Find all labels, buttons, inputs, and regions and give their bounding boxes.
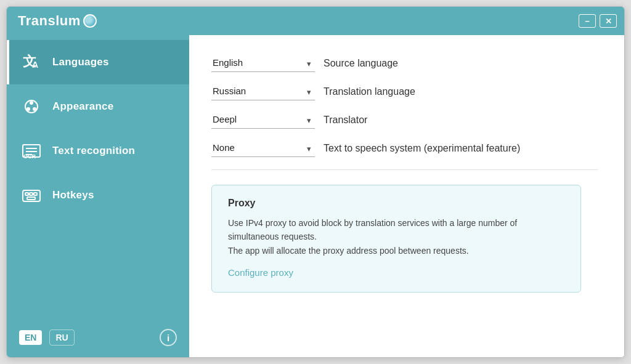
appearance-icon bbox=[20, 95, 43, 118]
languages-icon: 文 A bbox=[20, 51, 43, 73]
sidebar-label-text-recognition: Text recognition bbox=[52, 145, 135, 157]
svg-point-3 bbox=[30, 102, 33, 104]
app-title: Translum bbox=[18, 13, 81, 29]
text-recognition-icon: OCR bbox=[20, 140, 43, 162]
svg-rect-13 bbox=[30, 193, 33, 195]
logo-circle bbox=[83, 14, 97, 28]
proxy-desc-line2: simultaneous requests. bbox=[228, 232, 317, 241]
translator-select-wrap: Deepl Google Yandex Bing ▾ bbox=[211, 111, 315, 129]
sidebar-bottom: EN RU i bbox=[7, 318, 189, 357]
minimize-button[interactable]: − bbox=[579, 14, 596, 28]
translator-label: Translator bbox=[324, 115, 367, 126]
sidebar: 文 A Languages Appearance bbox=[7, 35, 189, 357]
window-controls: − ✕ bbox=[579, 14, 617, 28]
svg-point-4 bbox=[33, 108, 36, 110]
translator-select[interactable]: Deepl Google Yandex Bing bbox=[211, 111, 315, 128]
svg-text:A: A bbox=[32, 60, 38, 70]
proxy-desc-line3: The app will allocate the proxy address … bbox=[228, 246, 469, 256]
source-language-select-wrap: English French German Spanish Chinese Ja… bbox=[211, 55, 315, 72]
hotkeys-icon bbox=[20, 184, 43, 206]
source-language-select[interactable]: English French German Spanish Chinese Ja… bbox=[211, 55, 315, 71]
close-button[interactable]: ✕ bbox=[600, 14, 617, 28]
sidebar-label-appearance: Appearance bbox=[52, 100, 113, 113]
app-logo: Translum bbox=[18, 13, 97, 29]
svg-point-5 bbox=[27, 108, 30, 110]
sidebar-item-appearance[interactable]: Appearance bbox=[7, 84, 189, 129]
app-window: Translum − ✕ 文 A Languages bbox=[6, 6, 625, 358]
titlebar: Translum − ✕ bbox=[7, 7, 624, 35]
source-language-row: English French German Spanish Chinese Ja… bbox=[211, 55, 598, 72]
translation-language-select[interactable]: Russian English French German Spanish bbox=[211, 83, 315, 100]
sidebar-item-text-recognition[interactable]: OCR Text recognition bbox=[7, 129, 189, 173]
tts-select[interactable]: None System Google TTS bbox=[211, 140, 315, 156]
tts-row: None System Google TTS ▾ Text to speech … bbox=[211, 140, 598, 157]
proxy-title: Proxy bbox=[228, 198, 564, 209]
svg-rect-15 bbox=[27, 197, 35, 200]
tts-label: Text to speech system (experimental feat… bbox=[324, 143, 520, 154]
content-area: 文 A Languages Appearance bbox=[7, 35, 624, 357]
svg-rect-14 bbox=[34, 193, 37, 195]
info-button[interactable]: i bbox=[160, 329, 177, 346]
translation-language-row: Russian English French German Spanish ▾ … bbox=[211, 83, 598, 100]
svg-text:OCR: OCR bbox=[23, 153, 36, 160]
svg-rect-12 bbox=[25, 193, 28, 195]
translation-language-label: Translation language bbox=[324, 86, 415, 97]
translator-row: Deepl Google Yandex Bing ▾ Translator bbox=[211, 111, 598, 129]
tts-select-wrap: None System Google TTS ▾ bbox=[211, 140, 315, 157]
configure-proxy-link[interactable]: Configure proxy bbox=[228, 267, 293, 278]
main-panel: English French German Spanish Chinese Ja… bbox=[189, 35, 624, 357]
proxy-desc-line1: Use IPv4 proxy to avoid block by transla… bbox=[228, 218, 517, 228]
source-language-label: Source language bbox=[324, 58, 398, 69]
divider bbox=[211, 169, 598, 170]
proxy-box: Proxy Use IPv4 proxy to avoid block by t… bbox=[211, 185, 581, 293]
sidebar-item-hotkeys[interactable]: Hotkeys bbox=[7, 173, 189, 217]
lang-ru-badge[interactable]: RU bbox=[49, 330, 74, 346]
sidebar-label-hotkeys: Hotkeys bbox=[52, 189, 94, 201]
proxy-description: Use IPv4 proxy to avoid block by transla… bbox=[228, 216, 564, 257]
sidebar-label-languages: Languages bbox=[52, 56, 109, 68]
sidebar-item-languages[interactable]: 文 A Languages bbox=[7, 40, 189, 84]
lang-en-badge[interactable]: EN bbox=[19, 330, 42, 345]
translation-language-select-wrap: Russian English French German Spanish ▾ bbox=[211, 83, 315, 100]
